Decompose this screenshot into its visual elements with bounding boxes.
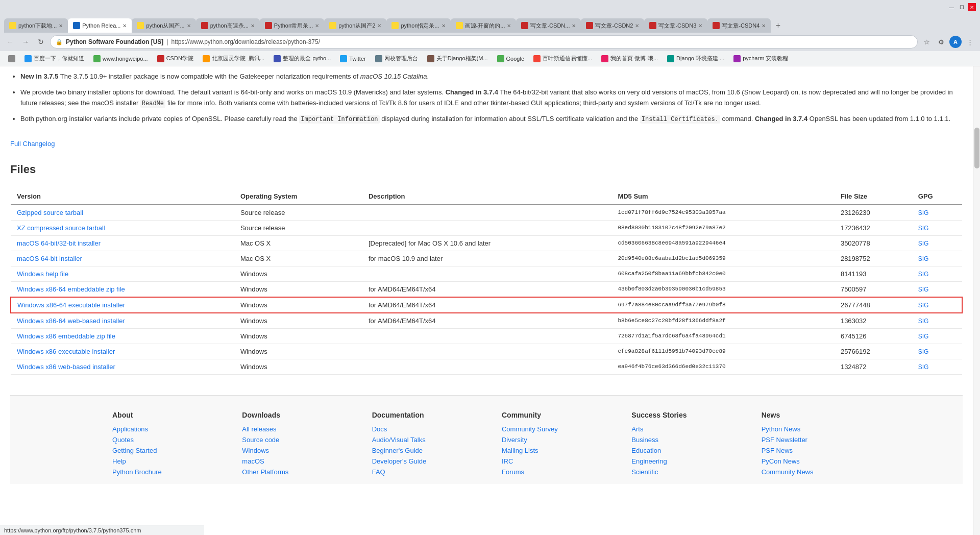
tab-close-11[interactable]: ✕ <box>698 23 702 29</box>
changelog-link[interactable]: Full Changelog <box>10 140 963 148</box>
tab-10[interactable]: 写文章-CSDN2 ✕ <box>581 18 644 33</box>
bookmark-twitter[interactable]: Twitter <box>336 54 370 64</box>
file-version-link[interactable]: Windows x86 executable installer <box>17 348 115 355</box>
footer-link[interactable]: Developer's Guide <box>372 457 471 465</box>
file-gpg-link[interactable]: SIG <box>918 209 929 216</box>
bookmark-pycharm[interactable]: pycharm 安装教程 <box>729 53 792 64</box>
tab-7[interactable]: python指定杀... ✕ <box>386 18 450 33</box>
file-gpg-link[interactable]: SIG <box>918 286 929 293</box>
file-version-link[interactable]: Windows x86-64 embeddable zip file <box>17 285 125 293</box>
file-gpg-link[interactable]: SIG <box>918 271 929 278</box>
file-version-link[interactable]: Windows help file <box>17 270 68 278</box>
footer-link[interactable]: Docs <box>372 425 471 433</box>
file-gpg-link[interactable]: SIG <box>918 255 929 262</box>
footer-link[interactable]: Other Platforms <box>242 468 341 476</box>
footer-link[interactable]: PSF News <box>762 447 861 454</box>
bookmark-star-button[interactable]: ☆ <box>921 36 933 48</box>
tab-9[interactable]: 写文章-CSDN... ✕ <box>516 18 581 33</box>
file-version-link[interactable]: Windows x86-64 web-based installer <box>17 317 125 325</box>
footer-link[interactable]: All releases <box>242 425 341 433</box>
forward-button[interactable]: → <box>19 36 32 48</box>
tab-close-4[interactable]: ✕ <box>251 23 255 29</box>
footer-link[interactable]: Python News <box>762 425 861 433</box>
file-version-link[interactable]: XZ compressed source tarball <box>17 224 105 232</box>
bookmark-baidu[interactable]: 百度一下，你就知道 <box>20 53 88 64</box>
footer-link[interactable]: Beginner's Guide <box>372 447 471 454</box>
file-gpg-link[interactable]: SIG <box>918 333 929 340</box>
file-gpg-link[interactable]: SIG <box>918 240 929 247</box>
new-tab-button[interactable]: + <box>771 18 785 33</box>
tab-close-10[interactable]: ✕ <box>635 23 639 29</box>
page-content[interactable]: New in 3.7.5 The 3.7.5 10.9+ installer p… <box>0 66 973 535</box>
tab-1[interactable]: python下载地... ✕ <box>4 18 68 33</box>
file-version-link[interactable]: Windows x86 web-based installer <box>17 363 115 371</box>
file-version-link[interactable]: Windows x86 embeddable zip file <box>17 332 115 340</box>
footer-link[interactable]: Education <box>631 447 730 454</box>
back-button[interactable]: ← <box>4 36 16 48</box>
footer-link[interactable]: IRC <box>502 457 601 465</box>
bookmark-hongwei[interactable]: www.hongweipo... <box>89 54 152 64</box>
tab-12[interactable]: 写文章-CSDN4 ✕ <box>707 18 771 33</box>
tab-close-6[interactable]: ✕ <box>377 23 381 29</box>
tab-6[interactable]: python从国产2 ✕ <box>324 18 386 33</box>
url-input[interactable]: 🔒 Python Software Foundation [US] | http… <box>50 35 918 48</box>
extensions-button[interactable]: ⚙ <box>935 36 947 48</box>
file-gpg-link[interactable]: SIG <box>918 363 929 371</box>
bookmark-guanyu[interactable]: 关于Django框架(M... <box>423 53 492 64</box>
footer-link[interactable]: PSF Newsletter <box>762 436 861 444</box>
bookmark-python[interactable]: 整理的最全 pytho... <box>270 53 335 64</box>
footer-link[interactable]: Engineering <box>631 457 730 465</box>
tab-close-1[interactable]: ✕ <box>59 23 63 29</box>
tab-8[interactable]: 画源-开窗的的... ✕ <box>451 18 517 33</box>
tab-close-3[interactable]: ✕ <box>187 23 191 29</box>
footer-link[interactable]: Scientific <box>631 468 730 476</box>
maximize-button[interactable]: ☐ <box>958 3 966 11</box>
footer-link[interactable]: Business <box>631 436 730 444</box>
file-gpg-link[interactable]: SIG <box>918 348 929 355</box>
file-version-link[interactable]: macOS 64-bit installer <box>17 255 82 262</box>
footer-link[interactable]: Source code <box>242 436 341 444</box>
bookmark-leaf[interactable]: 百叶斯通信易懂懂... <box>529 53 596 64</box>
footer-link[interactable]: Windows <box>242 447 341 454</box>
profile-avatar[interactable]: A <box>949 36 962 48</box>
footer-link[interactable]: Applications <box>112 425 211 433</box>
bookmark-django[interactable]: Django 环境搭建 ... <box>663 53 728 64</box>
bookmark-google[interactable]: Google <box>493 54 528 64</box>
footer-link[interactable]: Forums <box>502 468 601 476</box>
footer-link[interactable]: Quotes <box>112 436 211 444</box>
close-button[interactable]: ✕ <box>968 3 976 11</box>
file-gpg-link[interactable]: SIG <box>918 225 929 232</box>
bookmark-csdn[interactable]: CSDN学院 <box>153 53 198 64</box>
scrollbar[interactable] <box>973 66 980 535</box>
tab-2[interactable]: Python Relea... ✕ <box>68 18 132 33</box>
bookmark-wangxiao[interactable]: 网校管理后台 <box>371 53 422 64</box>
file-gpg-link[interactable]: SIG <box>918 302 929 309</box>
tab-close-7[interactable]: ✕ <box>442 23 446 29</box>
footer-link[interactable]: PyCon News <box>762 457 861 465</box>
footer-link[interactable]: macOS <box>242 457 341 465</box>
tab-close-12[interactable]: ✕ <box>762 23 766 29</box>
tab-11[interactable]: 写文章-CSDN3 ✕ <box>644 18 707 33</box>
bookmark-beijing[interactable]: 北京园灵学院_腾讯... <box>199 53 268 64</box>
tab-close-8[interactable]: ✕ <box>507 23 511 29</box>
footer-link[interactable]: Mailing Lists <box>502 447 601 454</box>
file-version-link[interactable]: Gzipped source tarball <box>17 209 83 216</box>
menu-button[interactable]: ⋮ <box>964 36 976 48</box>
footer-link[interactable]: Community News <box>762 468 861 476</box>
tab-4[interactable]: python高速杀... ✕ <box>196 18 260 33</box>
footer-link[interactable]: Community Survey <box>502 425 601 433</box>
footer-link[interactable]: Help <box>112 457 211 465</box>
tab-close-5[interactable]: ✕ <box>315 23 319 29</box>
tab-3[interactable]: python从国产... ✕ <box>132 18 195 33</box>
bookmark-apps[interactable] <box>4 54 19 64</box>
bookmark-wode[interactable]: 我的首页 微博-哦... <box>597 53 662 64</box>
scrollbar-thumb[interactable] <box>974 128 979 168</box>
footer-link[interactable]: Audio/Visual Talks <box>372 436 471 444</box>
refresh-button[interactable]: ↻ <box>35 36 47 48</box>
footer-link[interactable]: Diversity <box>502 436 601 444</box>
file-version-link[interactable]: macOS 64-bit/32-bit installer <box>17 239 101 247</box>
file-version-link[interactable]: Windows x86-64 executable installer <box>17 301 125 309</box>
minimize-button[interactable]: — <box>947 3 955 11</box>
tab-close-9[interactable]: ✕ <box>572 23 576 29</box>
footer-link[interactable]: FAQ <box>372 468 471 476</box>
